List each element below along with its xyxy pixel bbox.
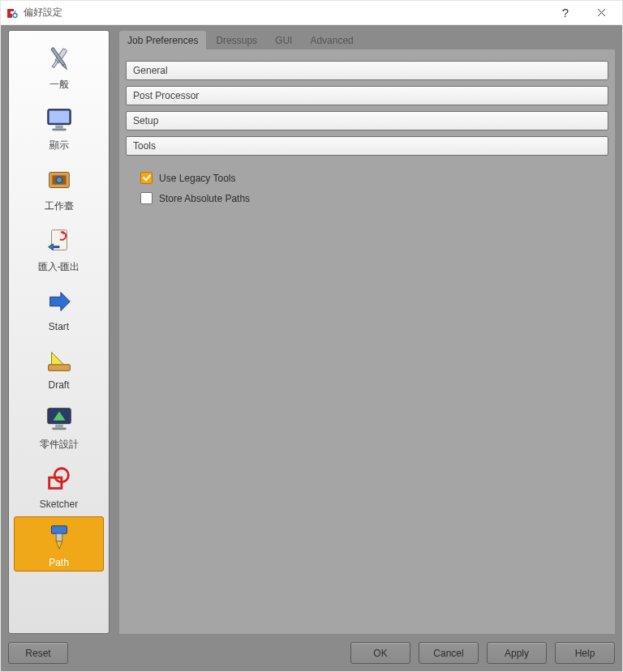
cancel-button[interactable]: Cancel xyxy=(419,642,479,664)
sidebar-item-import-export[interactable]: 匯入-匯出 xyxy=(14,220,104,277)
svg-marker-18 xyxy=(51,353,63,365)
tab-job-preferences[interactable]: Job Preferences xyxy=(119,31,206,49)
monitor-icon xyxy=(43,103,75,135)
option-store-absolute-paths[interactable]: Store Absolute Paths xyxy=(126,188,608,208)
svg-rect-22 xyxy=(52,427,66,430)
help-button[interactable]: Help xyxy=(555,642,615,664)
sidebar-item-label: Sketcher xyxy=(40,499,78,510)
sidebar-item-part-design[interactable]: 零件設計 xyxy=(14,397,104,455)
option-label: Store Absolute Paths xyxy=(159,193,250,204)
apply-button[interactable]: Apply xyxy=(487,642,547,664)
content-area: Job Preferences Dressups GUI Advanced Ge… xyxy=(119,30,615,634)
sidebar-item-label: 一般 xyxy=(49,78,69,92)
workbench-box-icon xyxy=(43,164,75,196)
sketcher-icon xyxy=(43,463,75,495)
import-export-icon xyxy=(43,225,75,257)
part-design-icon xyxy=(43,402,75,434)
arrow-right-icon xyxy=(43,285,75,318)
titlebar-close-button[interactable] xyxy=(583,2,619,24)
svg-rect-11 xyxy=(52,128,66,131)
sidebar-item-label: 零件設計 xyxy=(40,438,79,452)
sidebar-item-path[interactable]: Path xyxy=(14,516,104,571)
reset-button[interactable]: Reset xyxy=(8,642,68,664)
checkbox-icon xyxy=(140,192,153,204)
sidebar-item-label: 匯入-匯出 xyxy=(38,260,80,274)
tab-dressups[interactable]: Dressups xyxy=(208,31,265,49)
window-title: 偏好設定 xyxy=(24,6,62,19)
svg-marker-16 xyxy=(49,293,70,311)
category-sidebar: 一般 顯示 xyxy=(8,30,110,634)
option-label: Use Legacy Tools xyxy=(159,173,236,184)
option-use-legacy-tools[interactable]: Use Legacy Tools xyxy=(126,168,608,188)
sidebar-item-label: Start xyxy=(49,321,69,332)
svg-rect-21 xyxy=(55,425,63,428)
dialog-footer: Reset OK Cancel Apply Help xyxy=(8,634,615,664)
section-setup[interactable]: Setup xyxy=(126,111,608,131)
ok-button[interactable]: OK xyxy=(350,642,410,664)
sidebar-item-sketcher[interactable]: Sketcher xyxy=(14,458,104,513)
wrench-screwdriver-icon xyxy=(43,42,75,75)
sidebar-item-label: 工作臺 xyxy=(45,199,74,213)
svg-rect-17 xyxy=(48,365,70,371)
tabbar: Job Preferences Dressups GUI Advanced xyxy=(119,30,615,49)
svg-rect-10 xyxy=(55,126,63,129)
sidebar-item-general[interactable]: 一般 xyxy=(14,37,104,95)
svg-rect-26 xyxy=(56,533,62,541)
tab-advanced[interactable]: Advanced xyxy=(302,31,361,49)
titlebar-help-button[interactable]: ? xyxy=(548,2,583,24)
tab-gui[interactable]: GUI xyxy=(267,31,300,49)
tab-panel: General Post Processor Setup Tools Use L… xyxy=(119,49,615,634)
svg-rect-5 xyxy=(52,60,58,67)
sidebar-item-label: Path xyxy=(49,557,69,568)
svg-rect-25 xyxy=(51,526,67,534)
svg-point-0 xyxy=(13,13,17,17)
section-general[interactable]: General xyxy=(126,61,608,80)
svg-marker-27 xyxy=(56,541,62,550)
path-drill-icon xyxy=(43,521,75,554)
sidebar-item-draft[interactable]: Draft xyxy=(14,339,104,394)
sidebar-item-label: 顯示 xyxy=(49,139,69,152)
sidebar-item-label: Draft xyxy=(48,379,69,391)
section-post-processor[interactable]: Post Processor xyxy=(126,86,608,105)
draft-triangle-icon xyxy=(43,344,75,376)
checkbox-icon xyxy=(140,172,153,184)
svg-rect-1 xyxy=(15,11,15,14)
section-tools[interactable]: Tools xyxy=(126,136,608,156)
svg-marker-7 xyxy=(62,64,67,71)
sidebar-item-workbench[interactable]: 工作臺 xyxy=(14,159,104,216)
app-icon xyxy=(6,6,19,19)
sidebar-item-display[interactable]: 顯示 xyxy=(14,98,104,156)
sidebar-item-start[interactable]: Start xyxy=(14,280,104,336)
preferences-window: 偏好設定 ? xyxy=(0,0,623,672)
svg-point-14 xyxy=(56,177,62,183)
titlebar: 偏好設定 ? xyxy=(1,1,622,25)
svg-rect-9 xyxy=(49,111,69,123)
